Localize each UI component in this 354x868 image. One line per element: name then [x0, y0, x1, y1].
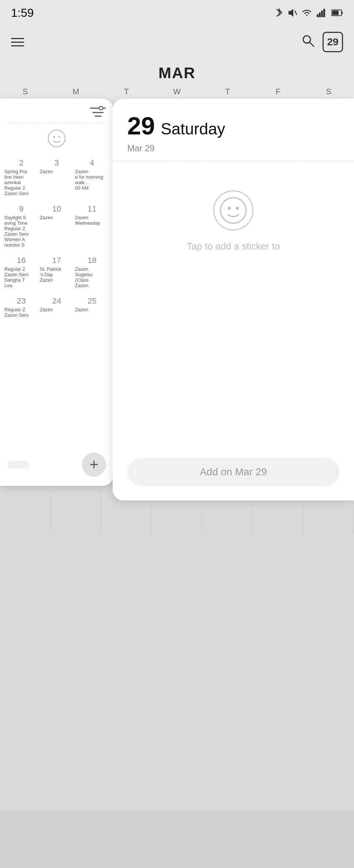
right-day-name: Saturday	[161, 120, 225, 138]
overlay-week-2: 9 Daylight S aving Time Regular 2 Zazen …	[4, 203, 110, 248]
svg-marker-0	[289, 9, 293, 17]
overlay-top-icons	[0, 99, 113, 123]
overlay-day-24[interactable]: 24 Zazen	[39, 296, 75, 319]
overlay-calendar: 2 Spring Pra line Inten azenkai Regular …	[0, 157, 113, 319]
overlay-day-9[interactable]: 9 Daylight S aving Time Regular 2 Zazen …	[4, 203, 39, 248]
overlay-emoji-icon[interactable]	[0, 129, 113, 152]
overlay-day-17[interactable]: 17 St. Patrick 's Day Zazen	[39, 255, 75, 289]
overlay-day-25[interactable]: 25 Zazen	[74, 296, 110, 319]
right-day-number: 29	[127, 113, 155, 138]
status-time: 1:59	[11, 6, 34, 20]
overlay-day-4[interactable]: 4 Zazen d for morning walk... 00 AM	[74, 157, 110, 197]
battery-icon	[331, 9, 343, 16]
svg-point-13	[99, 106, 103, 110]
status-bar: 1:59	[0, 0, 354, 26]
overlay-day-11[interactable]: 11 Zazen Wednesday	[74, 203, 110, 248]
overlay-divider-top	[7, 123, 106, 123]
weekday-labels: S M T W T F S	[0, 85, 354, 99]
overlay-day-18[interactable]: 18 Zazen Sogetsu (Class Zazen	[74, 255, 110, 289]
overlay-week-4: 23 Regular Z Zazen Serv 24 Zazen 25 Zaze…	[4, 296, 110, 319]
right-panel: 29 Saturday Mar 29 Tap to add a sticker …	[113, 99, 354, 500]
overlay-day-10[interactable]: 10 Zazen	[39, 203, 75, 248]
sticker-hint-text: Tap to add a sticker to	[187, 241, 280, 252]
svg-line-1	[295, 11, 297, 15]
weekday-thu: T	[202, 87, 253, 96]
svg-rect-2	[317, 14, 319, 17]
svg-point-19	[228, 207, 231, 210]
svg-rect-3	[319, 12, 321, 17]
overlay-day-3[interactable]: 3 Zazen	[39, 157, 75, 197]
svg-rect-8	[332, 11, 339, 15]
left-panel: 2 Spring Pra line Inten azenkai Regular …	[0, 99, 113, 486]
month-label: MAR	[0, 64, 354, 82]
overlay-day-2[interactable]: 2 Spring Pra line Inten azenkai Regular …	[4, 157, 39, 197]
svg-point-17	[59, 136, 60, 138]
svg-rect-4	[321, 11, 323, 17]
svg-rect-5	[323, 9, 325, 17]
mute-icon	[287, 8, 297, 18]
right-panel-header: 29 Saturday Mar 29	[113, 99, 354, 161]
svg-point-20	[236, 207, 239, 210]
overlay-week-3: 16 Regular 2 Zazen Serv Sangha T Lea 17 …	[4, 255, 110, 289]
signal-icon	[317, 8, 327, 17]
svg-point-18	[221, 198, 246, 223]
weekday-sat: S	[304, 87, 354, 96]
right-date-sub: Mar 29	[127, 143, 339, 153]
wifi-icon	[301, 8, 312, 17]
search-button[interactable]	[301, 33, 315, 51]
overlay-add-button[interactable]: +	[82, 453, 106, 477]
right-date-title: 29 Saturday	[127, 113, 339, 138]
weekday-sun: S	[0, 87, 50, 96]
add-event-button[interactable]: Add on Mar 29	[127, 458, 339, 486]
top-bar: 29	[0, 26, 354, 58]
calendar-badge[interactable]: 29	[323, 32, 343, 52]
weekday-fri: F	[253, 87, 303, 96]
overlay-day-16[interactable]: 16 Regular 2 Zazen Serv Sangha T Lea	[4, 255, 39, 289]
status-icons	[275, 8, 343, 18]
weekday-mon: M	[50, 87, 101, 96]
filter-icon[interactable]	[90, 105, 106, 119]
weekday-tue: T	[101, 87, 152, 96]
overlay-bottom-bar: +	[0, 449, 113, 486]
overlay-week-1: 2 Spring Pra line Inten azenkai Regular …	[4, 157, 110, 197]
svg-point-15	[48, 130, 65, 147]
sticker-area[interactable]: Tap to add a sticker to	[113, 161, 354, 274]
overlay-day-23[interactable]: 23 Regular Z Zazen Serv	[4, 296, 39, 319]
menu-button[interactable]	[11, 38, 24, 46]
svg-point-16	[53, 136, 55, 138]
svg-line-10	[309, 42, 314, 46]
weekday-wed: W	[152, 87, 202, 96]
top-right-icons: 29	[301, 32, 343, 52]
overlay-bottom-label	[7, 461, 29, 468]
svg-rect-7	[342, 11, 343, 14]
sticker-emoji-icon[interactable]	[213, 190, 253, 231]
calendar-month-header: MAR	[0, 58, 354, 85]
bluetooth-icon	[275, 8, 283, 18]
